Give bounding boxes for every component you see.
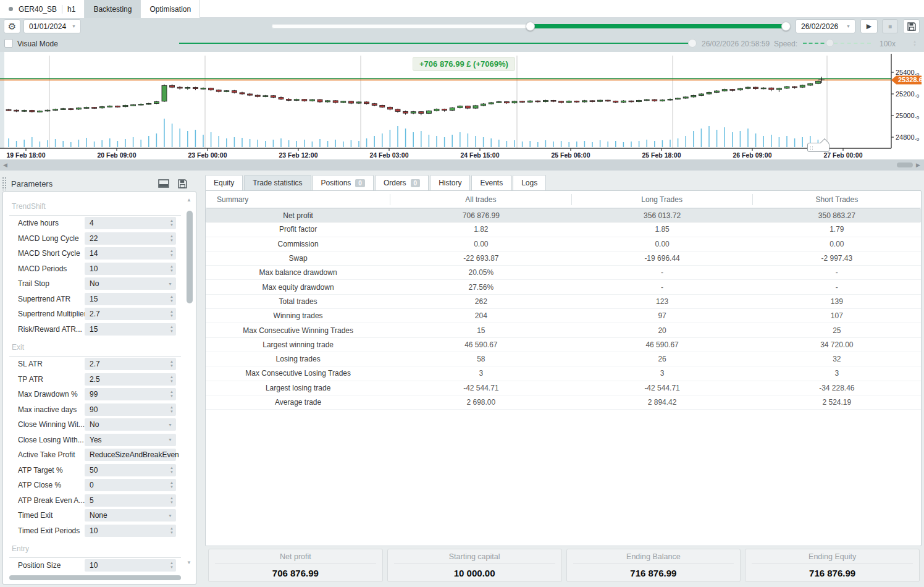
stepper-arrows-icon[interactable]: ▲▼ [170,481,174,489]
visual-mode-label: Visual Mode [17,40,58,48]
svg-text:25000.0: 25000.0 [896,112,920,120]
save-button[interactable] [903,19,920,33]
param-row: ATP Break Even A... 5▲▼ [9,493,181,509]
card-label: Ending Equity [752,549,913,564]
tab-history[interactable]: History [430,175,470,190]
dock-panel-button[interactable] [158,179,169,188]
stepper-arrows-icon[interactable]: ▲▼ [170,234,174,243]
stepper-arrows-icon[interactable]: ▲▼ [170,264,174,273]
stat-value: - [753,283,921,292]
param-input[interactable]: Yes▼ [85,434,176,446]
stepper-arrows-icon[interactable]: ▲▼ [170,295,174,303]
tab-orders[interactable]: Orders0 [375,175,429,190]
speed-handle[interactable] [826,39,834,47]
speed-slider-rest[interactable] [834,43,871,44]
stepper-arrows-icon[interactable]: ▲▼ [170,526,174,535]
tab-trade-statistics[interactable]: Trade statistics [244,175,311,190]
param-input[interactable]: 15▲▼ [85,323,176,336]
stop-button[interactable]: ■ [882,19,898,33]
svg-text:20 Feb 09:00: 20 Feb 09:00 [97,151,136,159]
scroll-left-icon[interactable]: ◀ [3,162,7,168]
table-row: Winning trades20497107 [206,309,921,323]
save-parameters-button[interactable] [178,179,189,188]
tab-equity[interactable]: Equity [205,175,243,190]
param-input[interactable]: 99▲▼ [85,388,176,400]
tab-logs[interactable]: Logs [513,175,546,190]
stepper-arrows-icon[interactable]: ▲▼ [170,561,174,570]
chevron-down-icon: ▼ [168,513,172,518]
param-input[interactable]: No▼ [85,277,176,290]
scroll-right-icon[interactable]: ▶ [916,162,920,168]
param-input[interactable]: 50▲▼ [85,464,176,476]
param-input[interactable]: 2.7▲▼ [85,308,176,320]
stepper-arrows-icon[interactable]: ▲▼ [170,360,174,368]
param-section-header: TrendShift [9,202,181,216]
play-button[interactable]: ▶ [860,19,878,33]
param-input[interactable]: 22▲▼ [85,232,176,245]
tab-backtesting[interactable]: Backtesting [85,0,141,18]
stepper-arrows-icon[interactable]: ▲▼ [170,466,174,475]
tab-positions[interactable]: Positions0 [313,175,374,190]
stepper-arrows-icon[interactable]: ▲▼ [170,310,174,318]
speed-stepper[interactable]: ▲ ▼ [913,40,917,47]
param-input[interactable]: 90▲▼ [85,403,176,416]
param-input[interactable]: 14▲▼ [85,247,176,260]
count-badge: 0 [411,179,421,187]
stat-value: 262 [390,297,571,306]
col-header: Long Trades [572,194,753,205]
param-input[interactable]: 10▲▼ [85,263,176,275]
stat-value: 3 [390,369,571,378]
tab-symbol[interactable]: GER40_SB h1 [0,0,85,18]
param-label: Risk/Reward ATR... [9,325,85,334]
stepper-arrows-icon[interactable]: ▲▼ [170,405,174,414]
chart-scrollbar[interactable]: ◀ ▶ [0,159,924,171]
stepper-arrows-icon[interactable]: ▲▼ [170,390,174,399]
tab-optimisation[interactable]: Optimisation [141,0,200,18]
scroll-up-icon[interactable]: ▲ [187,197,191,203]
param-input[interactable]: 10▲▼ [85,559,176,572]
param-input[interactable]: No▼ [85,418,176,431]
stat-value: 0.00 [390,240,571,248]
chevron-down-icon: ▼ [168,437,172,442]
vscroll-thumb[interactable] [187,211,193,303]
stepper-arrows-icon[interactable]: ▲▼ [170,219,174,227]
scroll-down-icon[interactable]: ▼ [187,560,191,565]
playback-handle[interactable] [688,39,697,48]
drag-handle-icon[interactable] [2,177,6,190]
parameters-vscrollbar[interactable]: ▲ ▼ [186,197,193,574]
stat-value: 32 [753,355,921,363]
param-input[interactable]: 0▲▼ [85,479,176,491]
parameters-hscroll-thumb[interactable] [9,575,181,580]
param-input[interactable]: ReduceSizeAndBreakEven▼ [85,449,176,461]
range-start-handle[interactable] [526,22,535,31]
param-input[interactable]: 5▲▼ [85,494,176,507]
param-input[interactable]: 10▲▼ [85,525,176,537]
stat-value: -42 544.71 [571,384,752,392]
param-row: ATP Target % 50▲▼ [9,463,181,478]
stat-value: -19 696.44 [571,254,752,263]
start-date-input[interactable]: 01/01/2024 ▼ [23,19,81,33]
stat-value: 204 [390,311,571,320]
range-end-handle[interactable] [781,22,791,31]
top-tab-strip: GER40_SB h1 Backtesting Optimisation [0,0,924,18]
stepper-arrows-icon[interactable]: ▲▼ [170,375,174,384]
chart-scroll-thumb[interactable] [897,163,913,167]
param-label: SL ATR [9,360,85,368]
speed-label: Speed: [774,40,797,48]
param-input[interactable]: None▼ [85,509,176,522]
param-input[interactable]: 15▲▼ [85,293,176,305]
end-date-input[interactable]: 26/02/2026 ▼ [796,19,855,33]
price-chart[interactable]: 19 Feb 18:0020 Feb 09:0023 Feb 00:0023 F… [0,52,924,159]
stepper-arrows-icon[interactable]: ▲▼ [170,249,174,258]
stepper-arrows-icon[interactable]: ▲▼ [170,325,174,334]
param-input[interactable]: 4▲▼ [85,217,176,229]
param-input[interactable]: 2.7▲▼ [85,358,176,370]
playback-progress-line[interactable] [179,43,692,44]
param-input[interactable]: 2.5▲▼ [85,373,176,386]
visual-mode-checkbox[interactable] [4,39,13,48]
tab-events[interactable]: Events [471,175,511,190]
card-label: Ending Balance [573,549,734,564]
param-label: Max inactive days [9,405,85,414]
stepper-arrows-icon[interactable]: ▲▼ [170,496,174,505]
settings-button[interactable]: ⚙ [4,19,20,33]
